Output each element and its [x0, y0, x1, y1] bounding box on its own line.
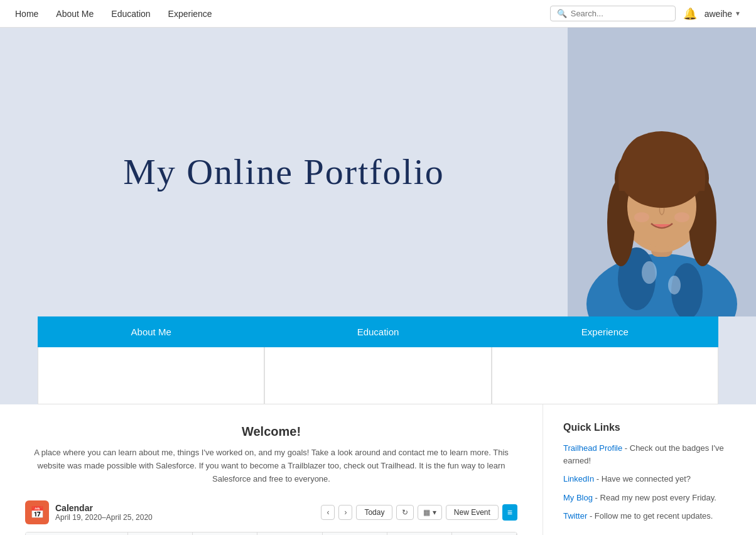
quick-link-blog: My Blog - Read my new post every Friday.: [563, 492, 736, 504]
nav-links: Home About Me Education Experience: [15, 9, 550, 19]
navbar: Home About Me Education Experience 🔍 🔔 a…: [0, 0, 756, 28]
portrait-svg: [568, 28, 756, 316]
nav-home[interactable]: Home: [15, 9, 38, 19]
new-event-button[interactable]: New Event: [446, 505, 499, 520]
cal-refresh-button[interactable]: ↻: [396, 505, 414, 520]
quick-link-twitter: Twitter - Follow me to get recent update…: [563, 510, 736, 522]
cal-day-sat: SAT 25: [452, 532, 517, 535]
quick-link-linkedin: LinkedIn - Have we connected yet?: [563, 473, 736, 485]
svg-point-5: [668, 276, 681, 295]
hero-section: My Online Portfolio: [0, 28, 756, 316]
cal-day-wed: WED 22: [257, 532, 322, 535]
about-me-wrapper: About Me: [38, 316, 264, 404]
svg-point-18: [634, 212, 649, 222]
user-label: aweihe: [705, 9, 732, 19]
blog-rest: - Read my new post every Friday.: [593, 493, 716, 502]
welcome-title: Welcome!: [25, 424, 517, 439]
search-input[interactable]: [571, 9, 669, 18]
nav-education[interactable]: Education: [111, 9, 150, 19]
hero-title: My Online Portfolio: [123, 152, 445, 192]
experience-button[interactable]: Experience: [492, 316, 718, 347]
cal-prev-button[interactable]: ‹: [321, 505, 335, 520]
education-wrapper: Education: [264, 316, 491, 404]
hero-image: [568, 28, 756, 316]
svg-point-4: [642, 261, 657, 284]
education-content: [264, 347, 491, 404]
cal-day-fri: FRI 24: [387, 532, 452, 535]
cal-view-toggle[interactable]: ▦ ▾: [418, 505, 441, 520]
user-menu[interactable]: aweihe ▼: [705, 9, 741, 19]
cal-today-button[interactable]: Today: [356, 505, 392, 520]
hero-content: My Online Portfolio: [0, 28, 568, 316]
cal-day-thu: THU 23: [323, 532, 387, 535]
calendar-controls: ‹ › Today ↻ ▦ ▾ New Event ≡: [321, 504, 517, 521]
search-bar: 🔍: [550, 6, 676, 21]
calendar-info: Calendar April 19, 2020–April 25, 2020: [55, 503, 153, 522]
linkedin-rest: - Have we connected yet?: [594, 474, 691, 484]
main-content: Welcome! A place where you can learn abo…: [0, 404, 756, 535]
about-me-button[interactable]: About Me: [38, 316, 264, 347]
gmt-label: GMT -7: [26, 532, 63, 535]
education-button[interactable]: Education: [264, 316, 491, 347]
svg-point-19: [674, 212, 689, 222]
calendar-title: Calendar: [55, 503, 153, 513]
search-icon: 🔍: [557, 9, 567, 18]
linkedin-link[interactable]: LinkedIn: [563, 474, 594, 484]
cal-day-tue: TUE 21: [193, 532, 257, 535]
quick-links-title: Quick Links: [563, 422, 736, 433]
about-me-content: [38, 347, 264, 404]
chevron-down-icon: ▼: [735, 10, 741, 17]
twitter-link[interactable]: Twitter: [563, 511, 587, 521]
experience-wrapper: Experience: [492, 316, 718, 404]
left-panel: Welcome! A place where you can learn abo…: [0, 404, 543, 535]
calendar-header: 📅 Calendar April 19, 2020–April 25, 2020…: [25, 500, 517, 524]
twitter-rest: - Follow me to get recent updates.: [587, 511, 713, 521]
section-buttons: About Me Education Experience: [0, 316, 756, 404]
nav-experience[interactable]: Experience: [168, 9, 212, 19]
quick-link-trailhead: Trailhead Profile - Check out the badges…: [563, 442, 736, 467]
right-panel: Quick Links Trailhead Profile - Check ou…: [543, 404, 756, 535]
cal-day-mon: MON 20: [128, 532, 193, 535]
cal-day-sun: SUN 19: [63, 532, 128, 535]
nav-right: 🔍 🔔 aweihe ▼: [550, 6, 741, 21]
welcome-text: A place where you can learn about me, th…: [25, 446, 517, 485]
cal-menu-button[interactable]: ≡: [502, 504, 517, 521]
trailhead-link[interactable]: Trailhead Profile: [563, 443, 622, 453]
calendar-grid: GMT -7 SUN 19 MON 20 TUE 21 WED 22 THU 2…: [25, 532, 517, 535]
blog-link[interactable]: My Blog: [563, 493, 593, 502]
cal-next-button[interactable]: ›: [338, 505, 352, 520]
nav-about-me[interactable]: About Me: [56, 9, 94, 19]
calendar-icon: 📅: [25, 500, 49, 524]
calendar-emoji: 📅: [30, 505, 44, 519]
calendar-days-header: GMT -7 SUN 19 MON 20 TUE 21 WED 22 THU 2…: [26, 532, 517, 535]
calendar-range: April 19, 2020–April 25, 2020: [55, 513, 153, 522]
experience-content: [492, 347, 718, 404]
bell-icon[interactable]: 🔔: [683, 7, 697, 21]
